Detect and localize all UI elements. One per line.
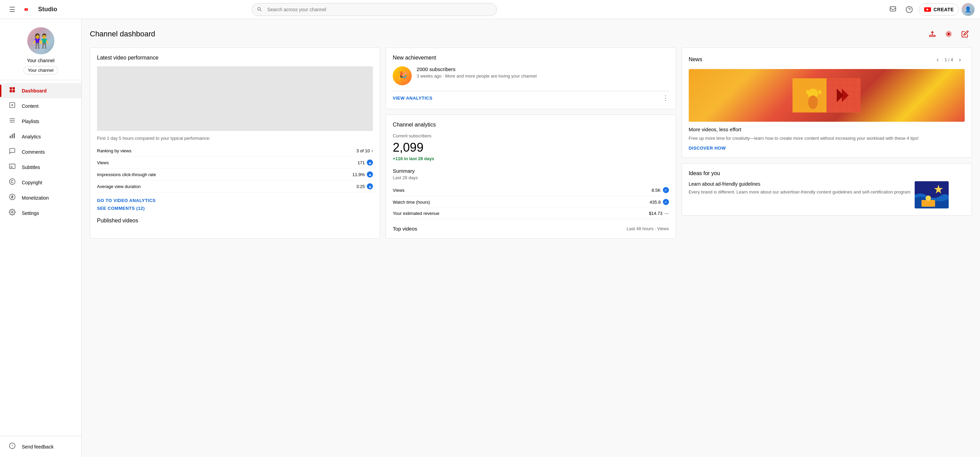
views-value: 171 ▲ — [358, 159, 373, 166]
nav-items: Dashboard Content Playlists Analytics Co… — [0, 80, 81, 436]
svg-rect-18 — [14, 133, 14, 138]
ideas-title: Ideas for you — [689, 170, 965, 176]
news-next-button[interactable]: › — [955, 55, 965, 64]
discover-how-link[interactable]: DISCOVER HOW — [689, 146, 726, 151]
sidebar-item-copyright[interactable]: Copyright — [0, 175, 81, 190]
svg-point-52 — [808, 95, 818, 109]
create-button[interactable]: CREATE — [919, 3, 959, 16]
comments-label: Comments — [22, 149, 45, 155]
more-options-button[interactable]: ⋮ — [662, 94, 669, 102]
news-article-title: More videos, less effort — [689, 127, 965, 132]
ctr-up-arrow: ▲ — [367, 171, 373, 178]
published-videos-title: Published videos — [97, 217, 373, 224]
comments-icon — [8, 148, 16, 156]
sidebar-item-monetization[interactable]: Monetization — [0, 190, 81, 205]
view-analytics-button[interactable]: VIEW ANALYTICS — [393, 95, 433, 101]
ctr-value: 11.9% ▲ — [352, 171, 373, 178]
sidebar-item-playlists[interactable]: Playlists — [0, 114, 81, 129]
idea-description: Every brand is different. Learn more abo… — [689, 189, 911, 195]
edit-button[interactable] — [958, 27, 972, 41]
svg-rect-53 — [806, 90, 809, 94]
page-header: Channel dashboard — [90, 27, 972, 41]
idea-heading: Learn about ad-friendly guidelines — [689, 181, 911, 187]
avg-duration-label: Average view duration — [97, 184, 140, 189]
sidebar-item-settings[interactable]: Settings — [0, 205, 81, 221]
top-videos-section: Top videos Last 48 hours · Views — [393, 226, 669, 232]
subscriber-count: 2,099 — [393, 140, 669, 155]
svg-point-24 — [11, 211, 13, 213]
studio-text: Studio — [38, 6, 57, 13]
news-prev-button[interactable]: ‹ — [933, 55, 943, 64]
search-input[interactable] — [252, 3, 497, 16]
search-icon — [256, 6, 262, 13]
create-label: CREATE — [933, 7, 954, 12]
ranking-chevron: › — [371, 148, 373, 154]
svg-rect-17 — [11, 134, 13, 138]
news-image-content — [689, 69, 965, 122]
svg-point-22 — [10, 179, 15, 185]
page-title: Channel dashboard — [90, 30, 155, 38]
account-avatar[interactable]: 👤 — [962, 3, 975, 16]
views-label: Views — [97, 160, 108, 165]
edit-icon — [961, 30, 969, 38]
watch-time-value: 435.8 ✓ — [649, 199, 669, 205]
performance-note: First 1 day 5 hours compared to your typ… — [97, 136, 373, 141]
sidebar-item-dashboard[interactable]: Dashboard — [0, 83, 81, 98]
messages-icon — [889, 6, 897, 13]
svg-rect-7 — [10, 87, 12, 90]
main-content: Channel dashboard Latest video performan… — [82, 19, 980, 457]
your-channel-button[interactable]: Your channel — [24, 66, 58, 75]
video-thumbnail[interactable] — [97, 66, 373, 131]
youtube-studio-logo[interactable]: Studio — [24, 6, 57, 13]
svg-marker-12 — [11, 104, 13, 106]
channel-section: 👫 Your channel Your channel — [0, 19, 81, 80]
sidebar-item-send-feedback[interactable]: Send feedback — [0, 439, 81, 454]
page-actions — [926, 27, 972, 41]
monetization-icon — [8, 194, 16, 202]
analytics-label: Analytics — [22, 134, 41, 140]
sidebar-item-comments[interactable]: Comments — [0, 144, 81, 159]
nav-left: ☰ Studio — [5, 3, 57, 16]
help-button[interactable] — [902, 3, 916, 16]
see-comments-link[interactable]: SEE COMMENTS (12) — [97, 206, 373, 211]
views-check: ✓ — [663, 187, 669, 193]
achievement-actions: VIEW ANALYTICS ⋮ — [393, 91, 669, 102]
dashboard-label: Dashboard — [22, 88, 47, 94]
sidebar-item-content[interactable]: Content — [0, 98, 81, 114]
content-label: Content — [22, 103, 38, 109]
sidebar-item-analytics[interactable]: Analytics — [0, 129, 81, 144]
achievement-content: 🎉 2000 subscribers 3 weeks ago · More an… — [393, 66, 669, 85]
top-videos-label: Top videos — [393, 226, 417, 232]
send-feedback-label: Send feedback — [22, 444, 53, 449]
right-column: News ‹ 1 / 4 › — [682, 48, 972, 239]
news-illustration — [792, 69, 861, 122]
go-to-analytics-link[interactable]: GO TO VIDEO ANALYTICS — [97, 198, 373, 203]
svg-rect-8 — [13, 87, 15, 90]
copyright-label: Copyright — [22, 180, 42, 185]
copyright-icon — [8, 178, 16, 187]
channel-name: Your channel — [27, 58, 54, 63]
top-navigation: ☰ Studio CREATE 👤 — [0, 0, 980, 19]
settings-icon — [8, 209, 16, 217]
svg-point-59 — [926, 195, 931, 201]
dashboard-icon — [8, 86, 16, 95]
messages-button[interactable] — [886, 3, 900, 16]
upload-button[interactable] — [926, 27, 939, 41]
live-button[interactable] — [942, 27, 956, 41]
views-metric: Views — [393, 188, 404, 193]
hamburger-menu[interactable]: ☰ — [5, 3, 19, 16]
avatar-image: 👤 — [962, 3, 975, 16]
playlists-label: Playlists — [22, 119, 39, 124]
revenue-row: Your estimated revenue $14.73 — — [393, 208, 669, 219]
achievement-meta: 3 weeks ago · More and more people are l… — [417, 73, 537, 79]
monetization-label: Monetization — [22, 195, 49, 201]
sidebar-item-subtitles[interactable]: Subtitles — [0, 159, 81, 175]
news-header: News ‹ 1 / 4 › — [689, 55, 965, 64]
achievement-card-title: New achievement — [393, 55, 669, 61]
ctr-label: Impressions click-through rate — [97, 172, 156, 177]
svg-rect-16 — [10, 136, 11, 138]
top-videos-header: Top videos Last 48 hours · Views — [393, 226, 669, 232]
ctr-row: Impressions click-through rate 11.9% ▲ — [97, 169, 373, 181]
summary-section: Summary Last 28 days Views 8.5K ✓ Watch … — [393, 168, 669, 219]
idea-text: Learn about ad-friendly guidelines Every… — [689, 181, 911, 195]
